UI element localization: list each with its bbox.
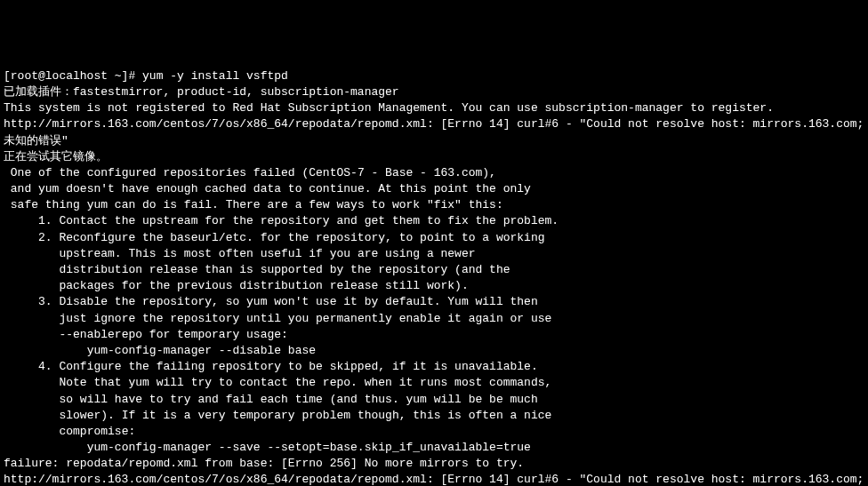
command-line: [root@localhost ~]# yum -y install vsftp… — [4, 68, 864, 84]
output-line: One of the configured repositories faile… — [4, 165, 864, 181]
output-line: slower). If it is a very temporary probl… — [4, 408, 864, 424]
output-line: 4. Configure the failing repository to b… — [4, 359, 864, 375]
output-line: yum-config-manager --save --setopt=base.… — [4, 440, 864, 456]
output-line: failure: repodata/repomd.xml from base: … — [4, 456, 864, 472]
output-line: 正在尝试其它镜像。 — [4, 149, 864, 165]
output-line: so will have to try and fail each time (… — [4, 392, 864, 408]
output-line: This system is not registered to Red Hat… — [4, 100, 864, 116]
output-line: and yum doesn't have enough cached data … — [4, 181, 864, 197]
output-line: packages for the previous distribution r… — [4, 278, 864, 294]
output-line: distribution release than is supported b… — [4, 262, 864, 278]
output-line: safe thing yum can do is fail. There are… — [4, 197, 864, 213]
output-line: 1. Contact the upstream for the reposito… — [4, 213, 864, 229]
output-line: 3. Disable the repository, so yum won't … — [4, 294, 864, 310]
output-line: upstream. This is most often useful if y… — [4, 246, 864, 262]
output-line: http://mirrors.163.com/centos/7/os/x86_6… — [4, 472, 864, 486]
output-line: compromise: — [4, 424, 864, 440]
output-line: 已加载插件：fastestmirror, product-id, subscri… — [4, 84, 864, 100]
output-line: --enablerepo for temporary usage: — [4, 327, 864, 343]
output-line: just ignore the repository until you per… — [4, 311, 864, 327]
output-line: Note that yum will try to contact the re… — [4, 375, 864, 391]
terminal-output[interactable]: [root@localhost ~]# yum -y install vsftp… — [4, 68, 864, 486]
output-line: 2. Reconfigure the baseurl/etc. for the … — [4, 230, 864, 246]
shell-prompt: [root@localhost ~]# — [4, 69, 142, 83]
output-line: yum-config-manager --disable base — [4, 343, 864, 359]
output-line: http://mirrors.163.com/centos/7/os/x86_6… — [4, 116, 864, 148]
command-text: yum -y install vsftpd — [142, 69, 288, 83]
